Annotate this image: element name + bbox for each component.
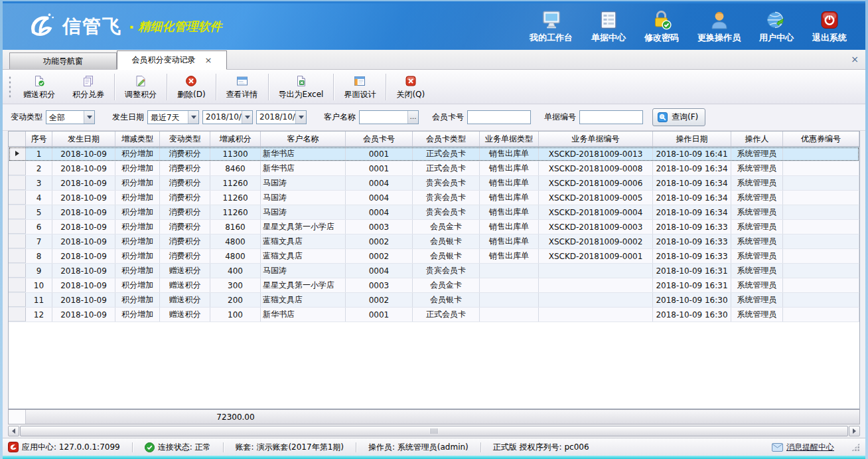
cell [783,278,859,292]
column-header[interactable]: 客户名称 [261,132,346,146]
tab-label: 功能导航窗 [43,56,83,67]
table-row[interactable]: 52018-10-09积分增加消费积分11260马国涛0004贵宾会员卡销售出库… [9,205,859,220]
table-row[interactable]: 42018-10-09积分增加消费积分11260马国涛0004贵宾会员卡销售出库… [9,191,859,205]
column-header[interactable]: 会员卡类型 [413,132,480,146]
card-no-input-wrap [467,110,531,124]
column-header[interactable]: 发生日期 [52,132,115,146]
table-row[interactable]: 12018-10-09积分增加消费积分11300新华书店0001正式会员卡销售出… [9,147,859,161]
brand-dot: · [129,19,134,35]
scrollbar-thumb[interactable] [20,426,848,436]
table-row[interactable]: 72018-10-09积分增加消费积分4800蓝猫文具店0002会员银卡销售出库… [9,234,859,249]
gift-points-button[interactable]: 赠送积分 [15,72,64,102]
column-header[interactable]: 业务单据编号 [539,132,653,146]
table-row[interactable]: 22018-10-09积分增加消费积分8460新华书店0001正式会员卡销售出库… [9,161,859,176]
cell: 2018-10-09 [52,205,115,219]
cell: 消费积分 [160,176,210,190]
quick-action-switch-operator[interactable]: 更换操作员 [697,10,741,44]
row-selector-cell[interactable] [9,161,26,175]
column-header[interactable]: 序号 [26,132,52,146]
column-header[interactable]: 业务单据类型 [480,132,539,146]
quick-action-user-center[interactable]: 用户中心 [759,10,794,44]
resize-grip-icon[interactable] [851,443,860,452]
close-button[interactable]: 关闭(Q) [388,72,433,102]
adjust-points-button[interactable]: 调整积分 [116,72,165,102]
column-header[interactable]: 变动类型 [160,132,210,146]
date-from-select[interactable]: 2018/10/2 [202,110,253,124]
row-selector-cell[interactable] [9,278,26,292]
dropdown-button[interactable] [188,111,198,124]
table-row[interactable]: 62018-10-09积分增加消费积分8160星星文具第一小学店0003会员金卡… [9,220,859,234]
row-selector-cell[interactable] [9,176,26,190]
window-bottom-accent [3,456,865,459]
column-header[interactable]: 增减积分 [210,132,261,146]
connection-ok-icon [145,442,155,452]
delete-button[interactable]: 删除(D) [169,72,214,102]
table-row[interactable]: 32018-10-09积分增加消费积分11260马国涛0004贵宾会员卡销售出库… [9,176,859,191]
tab-function-navigator[interactable]: 功能导航窗 [9,52,117,69]
column-header[interactable]: 会员卡号 [346,132,413,146]
cell: 系统管理员 [731,249,783,263]
row-selector-cell[interactable] [9,205,26,219]
column-header[interactable]: 操作日期 [653,132,731,146]
tabstrip-close-icon[interactable]: × [851,54,859,64]
search-button[interactable]: 查询(F) [652,108,705,126]
row-selector-cell[interactable] [9,191,26,205]
row-selector-cell[interactable] [9,308,26,321]
cell: 2018-10-09 [52,293,115,307]
row-selector-cell[interactable] [9,264,26,278]
table-row[interactable]: 122018-10-09积分增加赠送积分100新华书店0001正式会员卡2018… [9,308,859,322]
quick-action-document-center[interactable]: 单据中心 [591,10,626,44]
tab-close-icon[interactable]: × [205,55,212,65]
cell: 2018-10-09 [52,234,115,248]
points-to-coupon-button[interactable]: 积分兑券 [64,72,113,102]
change-type-select[interactable]: 全部 [46,110,95,124]
table-row[interactable]: 82018-10-09积分增加消费积分4800蓝猫文具店0002会员银卡销售出库… [9,249,859,264]
row-selector-cell[interactable] [9,220,26,234]
scroll-right-button[interactable] [849,426,860,436]
column-header[interactable]: 操作人 [731,132,783,146]
cell [783,220,859,234]
table-row[interactable]: 112018-10-09积分增加赠送积分200蓝猫文具店0002会员银卡2018… [9,293,859,308]
cell: 8460 [210,161,261,175]
scrollbar-track[interactable] [20,426,848,436]
scroll-right-arrow-icon [853,428,856,434]
scroll-left-button[interactable] [8,426,19,436]
doc-no-input[interactable] [580,111,642,124]
date-range-select[interactable]: 最近7天 [147,110,199,124]
tab-label: 会员积分变动记录 [132,54,196,66]
dropdown-button[interactable] [242,111,252,124]
message-center-link[interactable]: 消息提醒中心 [772,442,834,453]
row-selector-cell[interactable] [9,234,26,248]
dropdown-button[interactable] [84,111,94,124]
cell: 销售出库单 [480,147,539,161]
date-from-value: 2018/10/2 [203,111,242,124]
date-to-select[interactable]: 2018/10/9 [256,110,307,124]
export-excel-button[interactable]: 导出为Excel [270,72,332,102]
statusbar-separator [223,442,224,452]
cell: 会员金卡 [413,220,480,234]
cell: 消费积分 [160,205,210,219]
table-row[interactable]: 92018-10-09积分增加赠送积分400马国涛0004贵宾会员卡2018-1… [9,264,859,278]
row-selector-cell[interactable] [9,249,26,263]
tab-member-points-record[interactable]: 会员积分变动记录 × [117,50,227,70]
cell: 0004 [346,191,413,205]
ui-design-button[interactable]: 界面设计 [335,72,384,102]
row-selector-cell[interactable] [9,293,26,307]
dropdown-button[interactable] [295,111,306,124]
column-header[interactable]: 增减类型 [115,132,160,146]
toolbar-grip-icon[interactable] [8,75,12,99]
app-center-status: 应用中心: 127.0.0.1:7099 [8,442,120,453]
view-details-button[interactable]: 查看详情 [218,72,267,102]
cell: 赠送积分 [160,264,210,278]
quick-action-change-password[interactable]: 修改密码 [644,10,679,44]
quick-action-my-workbench[interactable]: 我的工作台 [530,10,573,44]
table-row[interactable]: 102018-10-09积分增加赠送积分300星星文具第一小学店0003会员金卡… [9,278,859,293]
cell [480,264,539,278]
cell: 蓝猫文具店 [261,293,346,307]
row-selector-cell[interactable] [9,147,26,161]
quick-action-exit-system[interactable]: 退出系统 [812,10,847,44]
column-header[interactable]: 优惠券编号 [783,132,859,146]
card-no-input[interactable] [468,111,530,124]
customer-input[interactable] [360,111,407,124]
customer-browse-button[interactable]: … [407,111,418,124]
